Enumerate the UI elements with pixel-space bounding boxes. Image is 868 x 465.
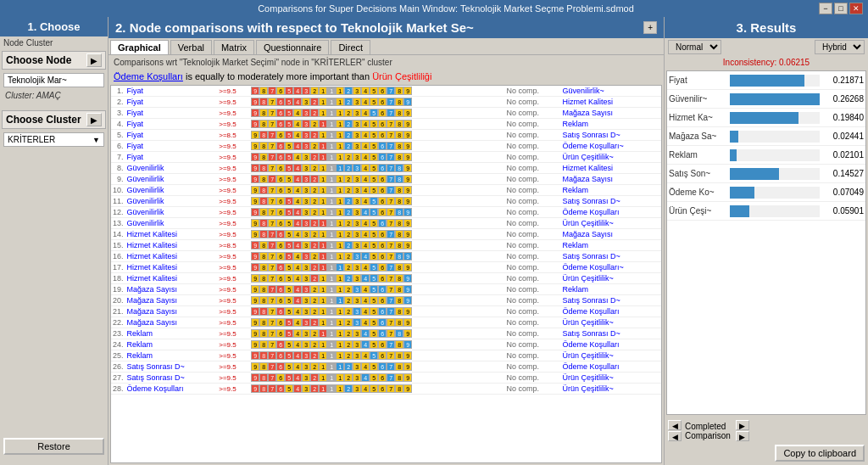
- scale-box-left[interactable]: 2: [310, 362, 319, 371]
- scale-box-right[interactable]: 4: [361, 230, 370, 238]
- scale-box-right[interactable]: 7: [387, 296, 395, 305]
- node-value[interactable]: Teknolojik Mar~: [3, 73, 104, 87]
- scale-box-left[interactable]: 2: [310, 329, 319, 338]
- scale-center[interactable]: 1: [327, 142, 336, 150]
- scale-box-left[interactable]: 9: [251, 318, 259, 327]
- scale-box-right[interactable]: 3: [353, 296, 361, 305]
- scale-box-right[interactable]: 3: [353, 307, 361, 316]
- scale-box-left[interactable]: 9: [251, 373, 259, 382]
- scale-box-left[interactable]: 3: [302, 296, 310, 305]
- scale-box-right[interactable]: 5: [370, 164, 378, 172]
- scale-box-right[interactable]: 5: [370, 98, 378, 106]
- table-row[interactable]: 4. Fiyat >=9.5 9876543211123456789 No co…: [111, 119, 661, 130]
- scale-box-right[interactable]: 6: [378, 285, 387, 294]
- scale-box-right[interactable]: 6: [378, 120, 387, 128]
- table-row[interactable]: 25. Reklam >=9.5 9876543211123456789 No …: [111, 350, 661, 361]
- scale-box-left[interactable]: 7: [268, 164, 276, 172]
- choose-node-bar[interactable]: Choose Node ▶: [2, 51, 106, 70]
- scale-box-left[interactable]: 8: [259, 274, 268, 283]
- scale-cells[interactable]: 9876543211123456789: [249, 262, 504, 273]
- scale-box-right[interactable]: 6: [378, 329, 387, 338]
- table-row[interactable]: 9. Güvenilirlik >=9.5 987654321112345678…: [111, 174, 661, 185]
- scale-box-left[interactable]: 4: [293, 219, 302, 227]
- scale-box-right[interactable]: 7: [387, 153, 395, 161]
- scale-box-left[interactable]: 6: [276, 263, 285, 272]
- scale-box-right[interactable]: 5: [370, 120, 378, 128]
- scale-center[interactable]: 1: [327, 186, 336, 194]
- scale-box-left[interactable]: 6: [276, 197, 285, 205]
- scale-box-right[interactable]: 6: [378, 373, 387, 382]
- scale-box-left[interactable]: 8: [259, 197, 268, 205]
- scale-box-left[interactable]: 6: [276, 351, 285, 360]
- scale-box-left[interactable]: 5: [285, 120, 293, 128]
- scale-box-right[interactable]: 5: [370, 87, 378, 95]
- scale-box-left[interactable]: 4: [293, 87, 302, 95]
- prev-arrow-button[interactable]: ◀: [668, 420, 682, 430]
- scale-box-right[interactable]: 5: [370, 329, 378, 338]
- scale-box-left[interactable]: 8: [259, 230, 268, 238]
- scale-box-left[interactable]: 4: [293, 120, 302, 128]
- scale-box-left[interactable]: 3: [302, 219, 310, 227]
- scale-box-right[interactable]: 9: [403, 120, 412, 128]
- scale-box-left[interactable]: 4: [293, 230, 302, 238]
- scale-box-left[interactable]: 7: [268, 197, 276, 205]
- scale-box-left[interactable]: 2: [310, 373, 319, 382]
- scale-box-left[interactable]: 1: [319, 120, 327, 128]
- scale-box-right[interactable]: 7: [387, 142, 395, 150]
- scale-box-right[interactable]: 6: [378, 362, 387, 371]
- scale-box-left[interactable]: 3: [302, 186, 310, 194]
- scale-box-left[interactable]: 4: [293, 131, 302, 139]
- scale-box-left[interactable]: 7: [268, 373, 276, 382]
- hybrid-select[interactable]: Hybrid: [815, 40, 865, 54]
- scale-box-left[interactable]: 5: [285, 274, 293, 283]
- scale-box-left[interactable]: 3: [302, 307, 310, 316]
- scale-box-left[interactable]: 3: [302, 373, 310, 382]
- scale-box-right[interactable]: 7: [387, 175, 395, 183]
- scale-box-right[interactable]: 1: [336, 131, 344, 139]
- scale-box-right[interactable]: 5: [370, 373, 378, 382]
- scale-box-left[interactable]: 9: [251, 164, 259, 172]
- scale-box-left[interactable]: 3: [302, 153, 310, 161]
- scale-box-right[interactable]: 6: [378, 131, 387, 139]
- scale-box-left[interactable]: 8: [259, 87, 268, 95]
- expand-button[interactable]: +: [643, 21, 657, 34]
- scale-box-left[interactable]: 5: [285, 318, 293, 327]
- scale-box-left[interactable]: 6: [276, 340, 285, 349]
- scale-box-left[interactable]: 8: [259, 329, 268, 338]
- choose-cluster-nav-arrow[interactable]: ▶: [86, 113, 102, 126]
- scale-box-right[interactable]: 4: [361, 329, 370, 338]
- scale-box-right[interactable]: 3: [353, 120, 361, 128]
- scale-box-left[interactable]: 4: [293, 153, 302, 161]
- scale-box-right[interactable]: 8: [395, 263, 403, 272]
- scale-cells[interactable]: 9876543211123456789: [249, 163, 504, 174]
- scale-box-left[interactable]: 8: [259, 307, 268, 316]
- scale-box-right[interactable]: 8: [395, 329, 403, 338]
- scale-box-right[interactable]: 4: [361, 285, 370, 294]
- scale-box-left[interactable]: 6: [276, 252, 285, 261]
- table-row[interactable]: 19. Mağaza Sayısı >=9.5 9876543211123456…: [111, 284, 661, 295]
- scale-box-left[interactable]: 6: [276, 208, 285, 216]
- scale-box-left[interactable]: 4: [293, 241, 302, 249]
- scale-box-left[interactable]: 5: [285, 186, 293, 194]
- scale-center[interactable]: 1: [327, 274, 336, 283]
- scale-box-left[interactable]: 1: [319, 230, 327, 238]
- scale-box-left[interactable]: 8: [259, 263, 268, 272]
- scale-box-right[interactable]: 7: [387, 164, 395, 172]
- scale-box-right[interactable]: 7: [387, 186, 395, 194]
- scale-box-left[interactable]: 2: [310, 142, 319, 150]
- scale-box-right[interactable]: 3: [353, 252, 361, 261]
- scale-cells[interactable]: 9876543211123456789: [249, 174, 504, 185]
- scale-box-right[interactable]: 6: [378, 274, 387, 283]
- scale-box-left[interactable]: 9: [251, 329, 259, 338]
- scale-cells[interactable]: 9876543211123456789: [249, 86, 504, 97]
- scale-box-right[interactable]: 9: [403, 252, 412, 261]
- scale-box-left[interactable]: 2: [310, 208, 319, 216]
- scale-box-right[interactable]: 9: [403, 175, 412, 183]
- scale-box-right[interactable]: 8: [395, 142, 403, 150]
- scale-box-left[interactable]: 8: [259, 340, 268, 349]
- scale-box-right[interactable]: 7: [387, 197, 395, 205]
- scale-box-right[interactable]: 6: [378, 219, 387, 227]
- table-row[interactable]: 20. Mağaza Sayısı >=9.5 9876543211123456…: [111, 295, 661, 306]
- scale-box-right[interactable]: 7: [387, 219, 395, 227]
- scale-box-right[interactable]: 2: [344, 252, 353, 261]
